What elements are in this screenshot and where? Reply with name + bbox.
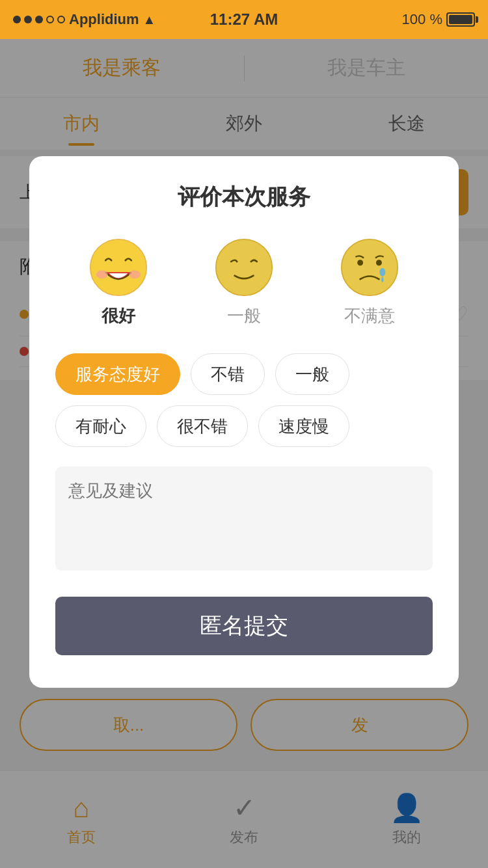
dot-5 [57,16,65,23]
tag-slow[interactable]: 速度慢 [258,405,349,447]
emoji-normal-face [215,238,273,297]
svg-point-5 [357,260,363,265]
tag-general[interactable]: 一般 [275,353,349,395]
clock: 11:27 AM [210,10,278,29]
dot-3 [35,16,43,23]
emoji-bad-face [340,238,399,297]
tag-great[interactable]: 很不错 [157,405,248,447]
dialog-title: 评价本次服务 [55,182,433,212]
emoji-bad[interactable]: 不满意 [340,238,399,327]
dot-4 [46,16,54,23]
svg-point-6 [376,260,382,265]
emoji-normal[interactable]: 一般 [215,238,273,327]
carrier-label: Applidium [69,11,139,28]
status-right: 100 % [402,11,475,28]
emoji-good[interactable]: 很好 [89,238,148,327]
status-left: Applidium ▲ [13,11,156,28]
emoji-bad-label: 不满意 [344,305,395,327]
signal-dots [13,16,65,23]
battery-label: 100 % [402,11,442,28]
svg-point-3 [216,239,272,295]
svg-point-4 [342,239,398,295]
modal-overlay[interactable]: 评价本次服务 很好 [0,39,488,868]
emoji-normal-label: 一般 [227,305,261,327]
emoji-good-label: 很好 [102,305,135,327]
battery-icon [446,12,475,27]
submit-button[interactable]: 匿名提交 [55,597,433,655]
svg-point-1 [96,271,107,279]
emoji-good-face [89,238,148,297]
wifi-icon: ▲ [143,12,156,27]
emoji-row: 很好 一般 [55,238,433,327]
tag-notbad[interactable]: 不错 [191,353,265,395]
dot-1 [13,16,21,23]
tag-attitude[interactable]: 服务态度好 [55,353,180,395]
svg-point-2 [129,271,141,279]
svg-point-0 [90,239,146,295]
battery-fill [449,15,472,24]
dot-2 [24,16,32,23]
status-bar: Applidium ▲ 11:27 AM 100 % [0,0,488,39]
review-dialog: 评价本次服务 很好 [29,156,459,688]
tag-patient[interactable]: 有耐心 [55,405,146,447]
svg-point-7 [380,268,386,277]
tags-row: 服务态度好 不错 一般 有耐心 很不错 速度慢 [55,353,433,447]
feedback-textarea[interactable] [55,467,433,571]
